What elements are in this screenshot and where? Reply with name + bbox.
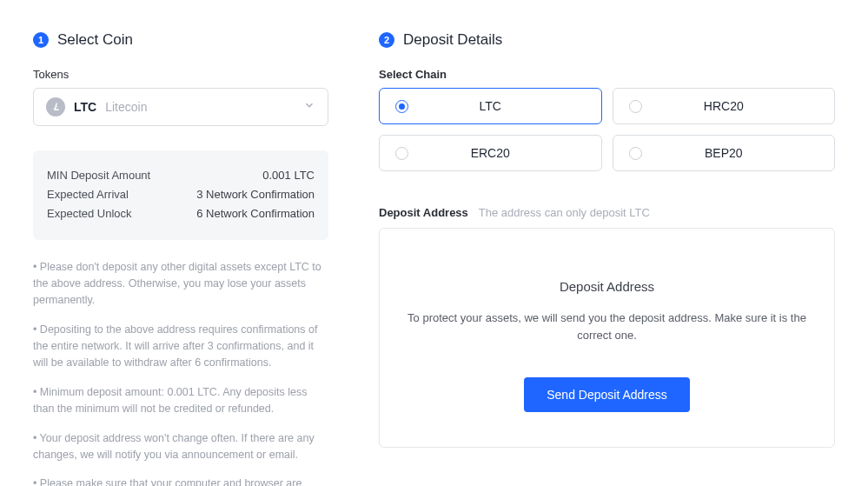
note-item: • Please make sure that your computer an… [33,476,328,486]
min-deposit-value: 0.001 LTC [262,168,315,183]
selected-coin-symbol: LTC [74,100,96,114]
notes-section: • Please don't deposit any other digital… [33,259,328,486]
address-header: Deposit Address The address can only dep… [379,206,835,219]
deposit-info-card: MIN Deposit Amount 0.001 LTC Expected Ar… [33,150,328,240]
min-deposit-row: MIN Deposit Amount 0.001 LTC [47,166,315,185]
chain-option-ltc[interactable]: LTC [379,88,602,124]
chain-label: LTC [395,99,586,113]
expected-arrival-label: Expected Arrival [47,187,129,203]
deposit-address-section: Deposit Address The address can only dep… [379,206,835,448]
step-1-header: 1 Select Coin [33,31,328,49]
select-coin-panel: 1 Select Coin Tokens LTC Litecoin MIN De… [33,31,328,486]
send-deposit-address-button[interactable]: Send Deposit Address [524,377,690,412]
deposit-page: 1 Select Coin Tokens LTC Litecoin MIN De… [0,0,868,486]
chevron-down-icon [303,99,315,115]
step-2-header: 2 Deposit Details [379,31,835,49]
min-deposit-label: MIN Deposit Amount [47,168,150,183]
expected-unlock-label: Expected Unlock [47,206,132,222]
deposit-details-panel: 2 Deposit Details Select Chain LTC HRC20… [379,31,835,486]
address-box-title: Deposit Address [406,279,808,294]
step-1-title: Select Coin [57,31,133,49]
step-1-badge: 1 [33,32,49,48]
note-item: • Your deposit address won't change ofte… [33,430,328,464]
token-select[interactable]: LTC Litecoin [33,88,328,126]
chain-label: HRC20 [629,99,819,113]
expected-arrival-row: Expected Arrival 3 Network Confirmation [47,185,315,204]
expected-unlock-row: Expected Unlock 6 Network Confirmation [47,204,315,223]
deposit-address-hint: The address can only deposit LTC [479,206,650,219]
chain-label: ERC20 [395,146,586,160]
tokens-label: Tokens [33,68,328,81]
step-2-title: Deposit Details [403,31,502,49]
expected-arrival-value: 3 Network Confirmation [196,187,315,203]
expected-unlock-value: 6 Network Confirmation [196,206,315,222]
chain-grid: LTC HRC20 ERC20 BEP20 [379,88,835,171]
select-chain-label: Select Chain [379,68,835,81]
note-item: • Minimum deposit amount: 0.001 LTC. Any… [33,384,328,418]
selected-coin-name: Litecoin [105,100,147,114]
note-item: • Please don't deposit any other digital… [33,259,328,310]
chain-label: BEP20 [629,146,819,160]
step-2-badge: 2 [379,32,394,48]
deposit-address-box: Deposit Address To protect your assets, … [379,228,835,448]
chain-option-bep20[interactable]: BEP20 [613,135,836,171]
chain-option-erc20[interactable]: ERC20 [379,135,602,171]
deposit-address-label: Deposit Address [379,206,468,219]
note-item: • Depositing to the above address requir… [33,322,328,372]
chain-option-hrc20[interactable]: HRC20 [613,88,836,124]
litecoin-icon [46,97,65,117]
address-box-description: To protect your assets, we will send you… [406,310,808,344]
